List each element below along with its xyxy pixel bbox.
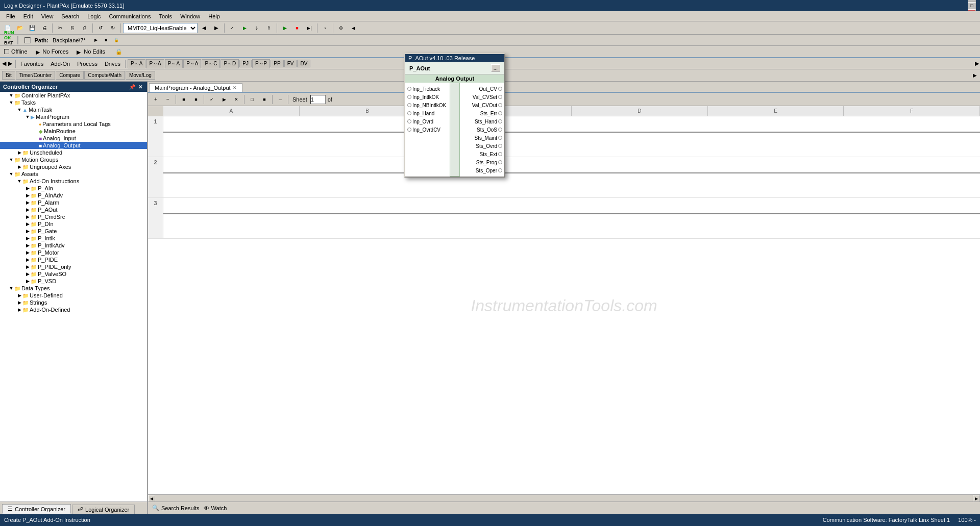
tab-compare[interactable]: Compare [56,71,84,80]
scroll-left-button[interactable]: ◀ [1,61,7,67]
verify-button[interactable]: ✓ [227,23,238,33]
logical-organizer-tab[interactable]: ☍ Logical Organizer [72,505,135,514]
save-button[interactable]: 💾 [27,23,38,33]
tree-item-maintask[interactable]: ▼ ▲ MainTask [0,106,147,113]
watch-tab[interactable]: 👁 Watch [204,505,227,511]
menu-view[interactable]: View [37,12,58,20]
menu-communications[interactable]: Communications [105,12,155,20]
expand-ppide[interactable]: ▶ [24,257,31,263]
cancel-rung-button[interactable]: ✕ [231,94,242,105]
expand-assets[interactable]: ▼ [8,171,14,177]
redo-button[interactable]: ↻ [107,23,118,33]
zoom-out-button[interactable]: − [162,94,174,105]
tree-item-datatypes[interactable]: ▼ 📁 Data Types [0,285,147,292]
expand-paout[interactable]: ▶ [24,207,31,213]
menu-file[interactable]: File [2,12,19,20]
hscroll-left[interactable]: ◀ [148,495,155,502]
undo-button[interactable]: ↺ [95,23,106,33]
tree-item-pgate[interactable]: ▶ 📁 P_Gate [0,228,147,235]
tree-item-strings[interactable]: ▶ 📁 Strings [0,299,147,306]
expand-datatypes[interactable]: ▼ [8,285,14,291]
tree-item-painadv[interactable]: ▶ 📁 P_AInAdv [0,192,147,199]
tree-item-pdln[interactable]: ▶ 📁 P_DIn [0,220,147,228]
expand-pdln[interactable]: ▶ [24,221,31,227]
tree-item-controller[interactable]: ▼ 📁 Controller PlantPAx [0,92,147,99]
tree-item-ppide[interactable]: ▶ 📁 P_PIDE [0,256,147,263]
expand-pmotor[interactable]: ▶ [24,249,31,256]
inst-pa3-button[interactable]: P～A [165,59,183,68]
inst-pp2-button[interactable]: PP [271,60,283,67]
tree-item-pintlkadv[interactable]: ▶ 📁 P_IntlkAdv [0,242,147,249]
paout-popup[interactable]: P_AOut v4.10 .03 Release P_AOut ... Anal… [404,53,505,178]
inst-tabs-right[interactable]: ▶ [972,72,978,79]
tree-item-mainprogram[interactable]: ▼ ▶ MainProgram [0,113,147,120]
menu-tools[interactable]: Tools [155,12,176,20]
tree-item-motiongroups[interactable]: ▼ 📁 Motion Groups [0,156,147,163]
cut-button[interactable]: ✂ [55,23,66,33]
props-button[interactable]: ⚙ [335,23,347,33]
zoom-in-button[interactable]: + [150,94,161,105]
accept-button[interactable]: ▶ [218,94,230,105]
expand-tasks[interactable]: ▼ [8,99,14,106]
horizontal-scrollbar[interactable]: ◀ ▶ [148,494,980,502]
search-results-tab[interactable]: 🔍 Search Results [152,505,200,511]
inst-pc-button[interactable]: P～C [202,59,220,68]
hscroll-right[interactable]: ▶ [973,495,980,502]
tree-item-analogoutput[interactable]: ■ Analog_Output [0,142,147,149]
expand-adddefined[interactable]: ▶ [16,307,22,313]
expand-ungroupedaxes[interactable]: ▶ [16,164,22,170]
inst-more-right[interactable]: ▶ [974,61,980,67]
tree-item-assets[interactable]: ▼ 📁 Assets [0,170,147,178]
expand-controller[interactable]: ▼ [8,92,14,98]
download-button[interactable]: ⇓ [251,23,262,33]
tree-item-pain[interactable]: ▶ 📁 P_AIn [0,185,147,192]
toggle-crossref-button[interactable]: □ [247,94,258,105]
delete-rung-button[interactable]: ■ [190,94,202,105]
print-button[interactable]: 🖨 [39,23,50,33]
inst-pd-button[interactable]: P～D [220,59,239,68]
nav-fwd-button[interactable]: ▶ [211,23,222,33]
upload-button[interactable]: ⇑ [263,23,275,33]
run-button[interactable]: ▶ [279,23,290,33]
tab-timer-counter[interactable]: Timer/Counter [16,71,56,80]
expand-addinstructions[interactable]: ▼ [16,178,22,184]
inst-pp-button[interactable]: P～P [252,59,270,68]
expand-unscheduled[interactable]: ▶ [16,149,22,156]
expand-motiongroups[interactable]: ▼ [8,157,14,163]
expand-pain[interactable]: ▶ [24,185,31,191]
expand-userdefined[interactable]: ▶ [16,292,22,298]
addon-tab[interactable]: Add-On [47,59,74,68]
tab-bit[interactable]: Bit [2,71,15,80]
favorites-tab[interactable]: Favorites [17,59,47,68]
doc-tab-mainprogram-analogoutput[interactable]: MainProgram - Analog_Output ✕ [149,83,242,92]
scroll-right-button[interactable]: ▶ [7,61,13,67]
copy-button[interactable]: ⎘ [67,23,78,33]
menu-logic[interactable]: Logic [83,12,105,20]
comm-btn2[interactable]: ■ [102,36,110,44]
more-btn[interactable]: › [320,23,331,33]
tree-item-analoginput[interactable]: ■ Analog_Input [0,135,147,142]
expand-pvalveso[interactable]: ▶ [24,271,31,277]
panel-close-button[interactable]: ✕ [137,83,144,90]
tree-item-mainroutine[interactable]: ◆ MainRoutine [0,128,147,135]
process-tab[interactable]: Process [74,59,101,68]
expand-ppideonly[interactable]: ▶ [24,264,31,270]
menu-edit[interactable]: Edit [19,12,37,20]
tree-item-ungroupedaxes[interactable]: ▶ 📁 Ungrouped Axes [0,163,147,170]
tree-item-pcmdsrc[interactable]: ▶ 📁 P_CmdSrc [0,213,147,220]
tree-item-pmotor[interactable]: ▶ 📁 P_Motor [0,249,147,256]
insert-rung-button[interactable]: ■ [178,94,189,105]
inst-pj-button[interactable]: PJ [239,60,252,67]
tab-compute-math[interactable]: Compute/Math [84,71,125,80]
tree-item-adddefined[interactable]: ▶ 📁 Add-On-Defined [0,306,147,313]
expand-pintlk[interactable]: ▶ [24,235,31,241]
inst-pa4-button[interactable]: P～A [183,59,201,68]
inst-dv-button[interactable]: DV [297,60,310,67]
expand-strings[interactable]: ▶ [16,299,22,306]
tree-item-pvsd[interactable]: ▶ 📁 P_VSD [0,278,147,285]
expand-maintask[interactable]: ▼ [16,107,22,113]
tree-item-ppideonly[interactable]: ▶ 📁 P_PIDE_only [0,263,147,270]
expand-palarm[interactable]: ▶ [24,199,31,206]
go-online-button[interactable]: ▶ [239,23,250,33]
panel-pin-button[interactable]: 📌 [129,83,136,90]
